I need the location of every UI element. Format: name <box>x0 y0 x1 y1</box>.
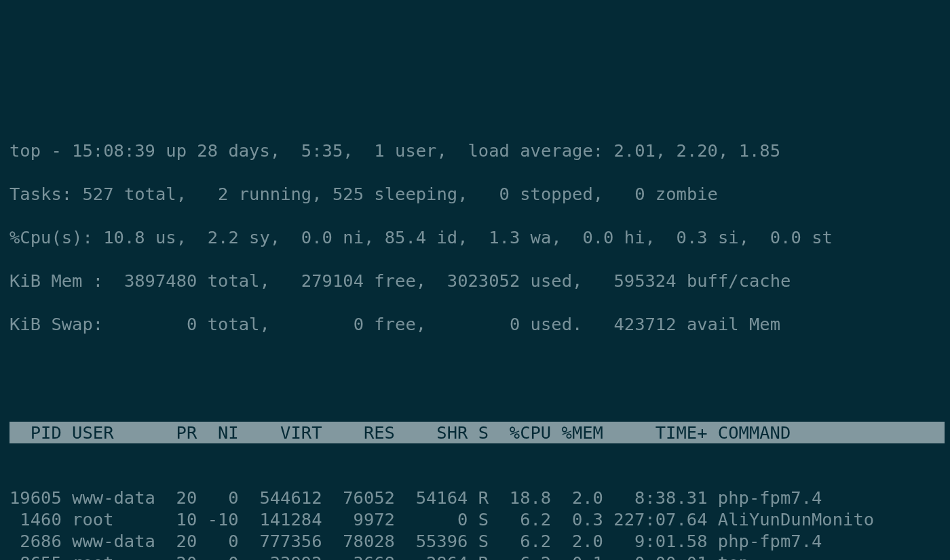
cell-shr: 54164 <box>395 487 468 508</box>
cell-cpu: 6.2 <box>499 552 551 560</box>
cell-res: 78028 <box>322 530 395 552</box>
cell-virt: 544612 <box>239 487 322 508</box>
col-time: TIME+ <box>603 422 708 443</box>
summary-line-1: top - 15:08:39 up 28 days, 5:35, 1 user,… <box>10 140 950 161</box>
col-res: RES <box>322 422 395 443</box>
summary-line-2: Tasks: 527 total, 2 running, 525 sleepin… <box>10 183 950 205</box>
col-user: USER <box>72 422 166 443</box>
cell-virt: 33992 <box>239 552 322 560</box>
col-virt: VIRT <box>239 422 322 443</box>
cell-cpu: 6.2 <box>499 508 551 530</box>
cell-cpu: 18.8 <box>499 487 551 508</box>
table-row[interactable]: 19605www-data2005446127605254164R18.82.0… <box>10 487 950 508</box>
cell-s: S <box>478 530 499 552</box>
cell-pid: 2686 <box>10 530 62 552</box>
cell-ni: -10 <box>197 508 238 530</box>
table-row[interactable]: 1460root10-1014128499720S6.20.3227:07.64… <box>10 508 950 530</box>
cell-pr: 20 <box>166 552 197 560</box>
cell-ni: 0 <box>197 487 238 508</box>
cell-pid: 1460 <box>10 508 62 530</box>
cell-cpu: 6.2 <box>499 530 551 552</box>
col-mem: %MEM <box>551 422 603 443</box>
terminal-top-output[interactable]: { "summary": { "line1": "top - 15:08:39 … <box>0 0 950 560</box>
cell-user: www-data <box>72 487 166 508</box>
summary-line-4: KiB Mem : 3897480 total, 279104 free, 30… <box>10 270 950 292</box>
cell-user: root <box>72 508 166 530</box>
cell-cmd: AliYunDunMonito <box>718 508 874 530</box>
table-row[interactable]: 8655root2003399236682864R6.20.10:00.01to… <box>10 552 950 560</box>
col-shr: SHR <box>395 422 468 443</box>
cell-cmd: php-fpm7.4 <box>718 530 822 552</box>
cell-cmd: php-fpm7.4 <box>718 487 822 508</box>
summary-line-3: %Cpu(s): 10.8 us, 2.2 sy, 0.0 ni, 85.4 i… <box>10 226 950 248</box>
cell-time: 0:00.01 <box>603 552 708 560</box>
cell-pid: 8655 <box>10 552 62 560</box>
cell-ni: 0 <box>197 530 238 552</box>
process-table-body: 19605www-data2005446127605254164R18.82.0… <box>0 487 950 560</box>
cell-shr: 2864 <box>395 552 468 560</box>
cell-virt: 141284 <box>239 508 322 530</box>
cell-user: www-data <box>72 530 166 552</box>
col-cmd: COMMAND <box>718 422 791 443</box>
cell-mem: 2.0 <box>551 487 603 508</box>
cell-virt: 777356 <box>239 530 322 552</box>
col-ni: NI <box>197 422 238 443</box>
cell-res: 9972 <box>322 508 395 530</box>
cell-mem: 2.0 <box>551 530 603 552</box>
summary-block: top - 15:08:39 up 28 days, 5:35, 1 user,… <box>0 87 950 357</box>
cell-time: 8:38.31 <box>603 487 708 508</box>
cell-cmd: top <box>718 552 749 560</box>
cell-s: R <box>478 487 499 508</box>
cell-time: 227:07.64 <box>603 508 708 530</box>
cell-mem: 0.1 <box>551 552 603 560</box>
col-s: S <box>478 422 499 443</box>
cell-pr: 20 <box>166 530 197 552</box>
cell-res: 76052 <box>322 487 395 508</box>
col-pid: PID <box>10 422 62 443</box>
cell-s: R <box>478 552 499 560</box>
col-cpu: %CPU <box>499 422 551 443</box>
cell-s: S <box>478 508 499 530</box>
process-table-header: PIDUSERPRNIVIRTRESSHRS%CPU%MEMTIME+COMMA… <box>0 422 950 443</box>
summary-line-5: KiB Swap: 0 total, 0 free, 0 used. 42371… <box>10 313 950 335</box>
cell-ni: 0 <box>197 552 238 560</box>
table-row[interactable]: 2686www-data2007773567802855396S6.22.09:… <box>10 530 950 552</box>
cell-pr: 10 <box>166 508 197 530</box>
cell-shr: 55396 <box>395 530 468 552</box>
cell-mem: 0.3 <box>551 508 603 530</box>
cell-pid: 19605 <box>10 487 62 508</box>
cell-res: 3668 <box>322 552 395 560</box>
cell-pr: 20 <box>166 487 197 508</box>
cell-user: root <box>72 552 166 560</box>
cell-time: 9:01.58 <box>603 530 708 552</box>
cell-shr: 0 <box>395 508 468 530</box>
col-pr: PR <box>166 422 197 443</box>
